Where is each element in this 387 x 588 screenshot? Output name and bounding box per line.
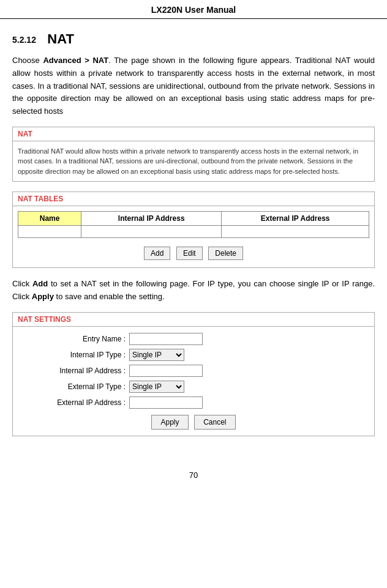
nat-settings-header-text: NAT SETTINGS — [18, 315, 71, 324]
delete-button[interactable]: Delete — [208, 247, 243, 260]
nat-tables-header: NAT TABLES — [13, 192, 374, 206]
internal-ip-type-select[interactable]: Single IP IP Range — [129, 349, 184, 361]
section-heading: 5.2.12 NAT — [12, 31, 375, 47]
external-ip-address-label: External IP Address : — [25, 398, 129, 407]
nat-settings-content: Entry Name : Internal IP Type : Single I… — [13, 327, 374, 436]
table-row-empty — [18, 226, 369, 238]
entry-name-input[interactable] — [129, 333, 203, 345]
internal-ip-type-row: Internal IP Type : Single IP IP Range — [25, 349, 362, 361]
entry-name-row: Entry Name : — [25, 333, 362, 345]
entry-name-label: Entry Name : — [25, 335, 129, 343]
col-header-internal-ip: Internal IP Address — [81, 212, 222, 226]
internal-ip-address-input-wrapper — [129, 365, 203, 377]
nat-tables-header-text: NAT TABLES — [18, 195, 63, 203]
section-title-text: NAT — [47, 31, 74, 47]
external-ip-address-row: External IP Address : — [25, 396, 362, 409]
external-ip-address-input-wrapper — [129, 396, 203, 409]
page-header: LX220N User Manual — [0, 0, 387, 19]
nat-settings-section: NAT SETTINGS Entry Name : Internal IP Ty… — [12, 312, 375, 436]
page-footer: 70 — [0, 471, 387, 489]
nat-tables-section: NAT TABLES Name Internal IP Address Exte… — [12, 192, 375, 268]
edit-button[interactable]: Edit — [176, 247, 203, 260]
table-buttons: Add Edit Delete — [18, 243, 369, 262]
nat-info-box: NAT Traditional NAT would allow hosts wi… — [12, 127, 375, 182]
internal-ip-address-label: Internal IP Address : — [25, 367, 129, 375]
internal-ip-address-row: Internal IP Address : — [25, 365, 362, 377]
internal-ip-address-input[interactable] — [129, 365, 203, 377]
external-ip-address-input[interactable] — [129, 396, 203, 409]
col-header-name: Name — [18, 212, 81, 226]
nat-box-header: NAT — [13, 127, 374, 141]
nat-box-header-text: NAT — [18, 130, 32, 138]
entry-name-input-wrapper — [129, 333, 203, 345]
apply-button[interactable]: Apply — [151, 415, 188, 430]
external-ip-type-select[interactable]: Single IP IP Range — [129, 381, 184, 393]
add-button[interactable]: Add — [144, 247, 170, 260]
external-ip-type-input-wrapper: Single IP IP Range — [129, 381, 184, 393]
header-title: LX220N User Manual — [151, 5, 236, 15]
col-header-external-ip: External IP Address — [222, 212, 369, 226]
nat-box-body: Traditional NAT would allow hosts within… — [13, 141, 374, 182]
description-paragraph-2: Click Add to set a NAT set in the follow… — [12, 278, 375, 303]
description-paragraph-1: Choose Advanced > NAT. The page shown in… — [12, 54, 375, 118]
nat-table: Name Internal IP Address External IP Add… — [18, 211, 369, 238]
external-ip-type-row: External IP Type : Single IP IP Range — [25, 381, 362, 393]
section-number: 5.2.12 — [12, 35, 36, 45]
external-ip-type-label: External IP Type : — [25, 382, 129, 391]
internal-ip-type-input-wrapper: Single IP IP Range — [129, 349, 184, 361]
nat-box-body-text: Traditional NAT would allow hosts within… — [18, 147, 358, 175]
internal-ip-type-label: Internal IP Type : — [25, 351, 129, 359]
nat-tables-content: Name Internal IP Address External IP Add… — [13, 206, 374, 267]
settings-form-buttons: Apply Cancel — [25, 415, 362, 430]
page-number: 70 — [189, 471, 198, 480]
cancel-button[interactable]: Cancel — [194, 415, 235, 430]
nat-settings-header: NAT SETTINGS — [13, 313, 374, 327]
